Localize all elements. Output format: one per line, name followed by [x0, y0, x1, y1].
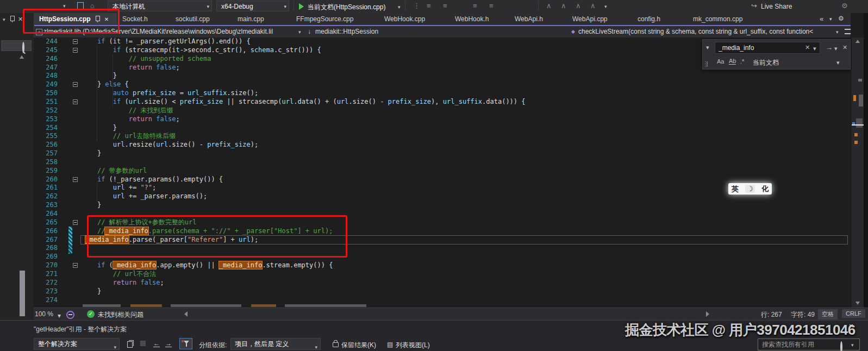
feedback-icon[interactable]: ⚙	[841, 2, 848, 10]
regex-icon[interactable]: .*	[740, 58, 744, 65]
drag-grip-icon[interactable]	[705, 61, 706, 67]
tab-WebHook.cpp[interactable]: WebHook.cpp	[379, 13, 449, 25]
chevron-down-icon[interactable]: ▾	[813, 45, 816, 52]
watermark-close-icon[interactable]: ×	[849, 322, 853, 330]
code-line-274[interactable]: 274	[34, 296, 851, 305]
tab-FFmpegSource.cpp[interactable]: FFmpegSource.cpp	[291, 13, 379, 25]
fold-collapse-icon[interactable]	[73, 177, 78, 182]
search-icon[interactable]	[840, 341, 842, 351]
code-line-248[interactable]: 248 }	[34, 72, 851, 80]
code-line-271[interactable]: 271 // url不合法	[34, 270, 851, 279]
build-config-combo[interactable]: x64-Debug ▾	[216, 1, 289, 11]
code-line-273[interactable]: 273 }	[34, 287, 851, 296]
bookmark-icon[interactable]: ∧	[561, 2, 566, 10]
eol-indicator[interactable]: CRLF	[842, 309, 865, 318]
code-line-254[interactable]: 254 }	[34, 124, 851, 133]
code-line-256[interactable]: 256 url.resize(url.size() - prefix_size)…	[34, 141, 851, 149]
ime-status-bar[interactable]: 英 ☽ 化	[728, 183, 772, 195]
tab-sockutil.cpp[interactable]: sockutil.cpp	[170, 13, 232, 25]
toolbar-misc-icon[interactable]: ≡	[427, 2, 431, 10]
filter-button[interactable]	[179, 338, 192, 349]
tab-WebHook.h[interactable]: WebHook.h	[449, 13, 509, 25]
references-search-input[interactable]	[758, 339, 860, 350]
bookmark-icon[interactable]: ∧	[576, 2, 581, 10]
keep-results-button[interactable]: 保留结果(K)	[341, 341, 376, 350]
breadcrumb-type[interactable]: mediakit::HttpSession	[315, 28, 378, 35]
previous-location-icon[interactable]: ←	[153, 340, 160, 347]
chevron-down-icon[interactable]: ▾	[63, 3, 66, 9]
code-line-263[interactable]: 263 }	[34, 201, 851, 210]
zoom-level-combo[interactable]: 100 %	[35, 310, 53, 318]
expand-replace-chevron-icon[interactable]: ▾	[706, 44, 709, 51]
code-area[interactable]: 244 if (it != _parser.getUrlArgs().end()…	[34, 37, 851, 308]
code-line-259[interactable]: 259 // 带参数的url	[34, 167, 851, 175]
results-scope-combo[interactable]: 整个解决方案 ▾	[34, 338, 120, 350]
clear-search-icon[interactable]: ✕	[805, 44, 810, 51]
fold-collapse-icon[interactable]	[73, 263, 78, 268]
split-editor-icon[interactable]	[845, 29, 851, 34]
toolbar-misc-icon[interactable]: ≡	[473, 2, 477, 10]
editor-vertical-scrollbar[interactable]	[852, 37, 864, 308]
bookmark-icon[interactable]: ∧	[546, 2, 552, 10]
code-line-250[interactable]: 250 auto prefix_size = url_suffix.size()…	[34, 89, 851, 98]
tab-config.h[interactable]: config.h	[632, 13, 688, 25]
fold-collapse-icon[interactable]	[73, 82, 78, 87]
match-case-icon[interactable]: Aa	[717, 58, 724, 65]
group-by-combo[interactable]: 项目，然后是 定义 ▾	[230, 338, 321, 350]
chevron-down-icon[interactable]: ▾	[851, 342, 854, 348]
bookmark-icon[interactable]: ∧	[590, 2, 596, 10]
toolbar-misc-icon[interactable]: ⋮	[413, 2, 420, 10]
scroll-up-icon[interactable]	[855, 40, 860, 43]
chevron-down-icon[interactable]: ▾	[836, 59, 840, 66]
code-editor[interactable]: 244 if (it != _parser.getUrlArgs().end()…	[34, 37, 851, 308]
code-line-260[interactable]: 260 if (!_parser.params().empty()) {	[34, 175, 851, 184]
toolbar-misc-icon[interactable]: ≡	[443, 2, 447, 10]
code-line-253[interactable]: 253 return false;	[34, 115, 851, 124]
tab-mk_common.cpp[interactable]: mk_common.cpp	[688, 13, 763, 25]
live-share-icon[interactable]: ↪	[751, 2, 757, 10]
document-health-icon[interactable]	[66, 311, 74, 319]
list-view-button[interactable]: 列表视图(L)	[396, 341, 430, 350]
line-indicator[interactable]: 行: 267	[761, 310, 782, 319]
ime-moon-icon[interactable]: ☽	[745, 185, 755, 193]
spaces-indicator[interactable]: 空格	[818, 309, 838, 319]
copy-icon[interactable]	[127, 341, 133, 348]
tab-main.cpp[interactable]: main.cpp	[232, 13, 291, 25]
gear-icon[interactable]: ⚙	[838, 15, 844, 22]
pin-icon[interactable]	[10, 16, 15, 21]
scroll-up-icon[interactable]	[20, 55, 24, 59]
target-machine-combo[interactable]: 本地计算机 ▾	[108, 1, 212, 11]
fold-collapse-icon[interactable]	[73, 220, 78, 225]
panel-search-input[interactable]	[1, 40, 32, 51]
close-icon[interactable]: ✕	[842, 44, 847, 51]
code-line-249[interactable]: 249 } else {	[34, 80, 851, 89]
close-icon[interactable]: ✕	[18, 16, 23, 23]
tab-WebApi.h[interactable]: WebApi.h	[509, 13, 567, 25]
ime-mode-indicator[interactable]: 英	[732, 184, 739, 194]
chevron-down-icon[interactable]: ▾	[3, 17, 5, 22]
fold-collapse-icon[interactable]	[73, 39, 78, 44]
find-next-icon[interactable]: →	[826, 43, 833, 52]
tab-WebApi.cpp[interactable]: WebApi.cpp	[567, 13, 632, 25]
code-line-252[interactable]: 252 // 未找到后缀	[34, 106, 851, 115]
toolbar-misc-icon[interactable]: ≡	[489, 2, 494, 10]
code-line-258[interactable]: 258	[34, 158, 851, 167]
code-line-257[interactable]: 257 }	[34, 149, 851, 158]
chevron-down-icon[interactable]: ▾	[604, 4, 607, 9]
chevron-down-icon[interactable]: ▾	[829, 16, 832, 22]
scroll-tabs-left-icon[interactable]: «	[820, 15, 823, 23]
code-line-251[interactable]: 251 if (url.size() < prefix_size || strc…	[34, 98, 851, 106]
chevron-down-icon[interactable]: ▾	[398, 4, 401, 10]
column-indicator[interactable]: 字符: 49	[791, 310, 815, 319]
code-line-270[interactable]: 270 if (_media_info.app.empty() || _medi…	[34, 261, 851, 270]
live-share-label[interactable]: Live Share	[761, 3, 792, 10]
fold-collapse-icon[interactable]	[73, 99, 78, 104]
breadcrumb-member[interactable]: checkLiveStream(const string & schema, c…	[578, 28, 834, 35]
fold-collapse-icon[interactable]	[73, 48, 78, 53]
chevron-down-icon[interactable]: ▾	[836, 29, 839, 35]
chevron-down-icon[interactable]: ▾	[834, 45, 838, 52]
scrollbar-thumb[interactable]	[859, 95, 863, 106]
chevron-down-icon[interactable]: ▾	[298, 29, 301, 35]
ime-charset-icon[interactable]: 化	[761, 184, 769, 194]
panel-scrollbar-thumb[interactable]	[20, 271, 25, 316]
